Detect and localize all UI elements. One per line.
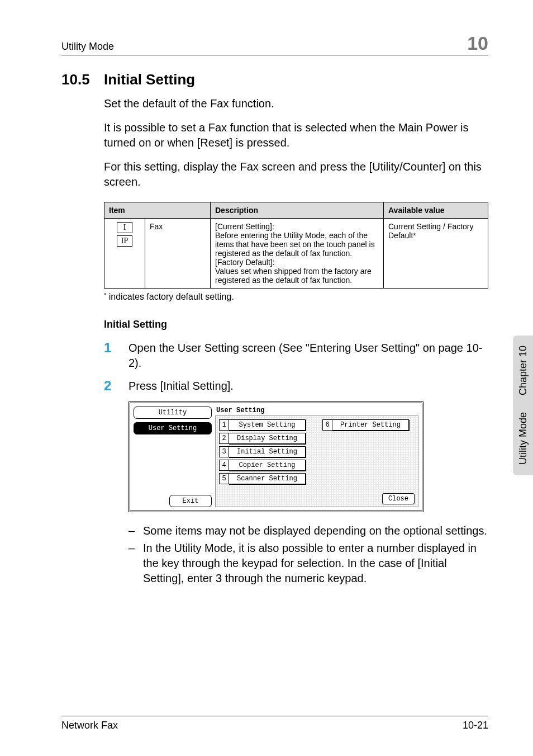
- side-chapter-tab: Utility Mode Chapter 10: [513, 336, 533, 475]
- step-2: 2 Press [Initial Setting].: [104, 379, 488, 394]
- footnote: * indicates factory default setting.: [104, 292, 488, 302]
- close-button[interactable]: Close: [382, 493, 415, 504]
- user-setting-button[interactable]: User Setting: [134, 422, 212, 434]
- screenshot-main: User Setting 1 System Setting 2 Displa: [215, 407, 418, 507]
- footer-left: Network Fax: [61, 720, 118, 731]
- table-cell-icons: I IP: [104, 219, 145, 289]
- side-tab-bottom: Utility Mode: [517, 413, 529, 465]
- table-row: I IP Fax [Current Setting]: Before enter…: [104, 219, 488, 289]
- screenshot-title: User Setting: [215, 407, 418, 415]
- section-number: 10.5: [61, 71, 104, 88]
- menu-item-display-setting[interactable]: 2 Display Setting: [219, 433, 306, 444]
- step-1-text: Open the User Setting screen (See "Enter…: [129, 341, 488, 371]
- table-head-available: Available value: [384, 202, 488, 219]
- screenshot-sidebar: Utility User Setting Exit: [134, 407, 212, 507]
- paragraph-3: For this setting, display the Fax screen…: [104, 159, 488, 190]
- section-title: Initial Setting: [104, 71, 195, 88]
- mode-icon-ip: IP: [117, 235, 132, 247]
- table-head-description: Description: [211, 202, 384, 219]
- note-2: – In the Utility Mode, it is also possib…: [129, 541, 488, 586]
- header-title: Utility Mode: [61, 41, 467, 53]
- menu-item-printer-setting[interactable]: 6 Printer Setting: [322, 419, 409, 431]
- table-cell-available: Current Setting / Factory Default*: [384, 219, 488, 289]
- procedure-subheading: Initial Setting: [104, 319, 488, 330]
- menu-item-system-setting[interactable]: 1 System Setting: [219, 419, 306, 431]
- user-setting-screenshot: Utility User Setting Exit User Setting 1: [129, 401, 423, 512]
- footer-right: 10-21: [463, 720, 488, 731]
- menu-item-scanner-setting[interactable]: 5 Scanner Setting: [219, 473, 306, 484]
- page-footer: Network Fax 10-21: [61, 716, 488, 731]
- step-2-notes: – Some items may not be displayed depend…: [129, 523, 488, 586]
- step-2-text: Press [Initial Setting].: [129, 379, 234, 394]
- menu-item-copier-setting[interactable]: 4 Copier Setting: [219, 460, 306, 471]
- exit-button[interactable]: Exit: [169, 495, 212, 507]
- utility-button[interactable]: Utility: [134, 407, 212, 419]
- side-tab-top: Chapter 10: [517, 346, 529, 395]
- step-1-number: 1: [104, 341, 129, 371]
- page-header: Utility Mode 10: [61, 34, 488, 55]
- step-2-number: 2: [104, 379, 129, 394]
- section-heading: 10.5 Initial Setting: [61, 71, 488, 88]
- menu-item-initial-setting[interactable]: 3 Initial Setting: [219, 446, 306, 457]
- mode-icon-i: I: [117, 222, 132, 233]
- settings-table: Item Description Available value I IP Fa…: [104, 202, 488, 289]
- step-1: 1 Open the User Setting screen (See "Ent…: [104, 341, 488, 371]
- paragraph-2: It is possible to set a Fax function tha…: [104, 120, 488, 150]
- table-cell-description: [Current Setting]: Before entering the U…: [211, 219, 384, 289]
- table-head-item: Item: [104, 202, 211, 219]
- table-cell-item: Fax: [145, 219, 211, 289]
- header-chapter-number: 10: [467, 34, 488, 53]
- paragraph-1: Set the default of the Fax function.: [104, 96, 488, 111]
- note-1: – Some items may not be displayed depend…: [129, 523, 488, 538]
